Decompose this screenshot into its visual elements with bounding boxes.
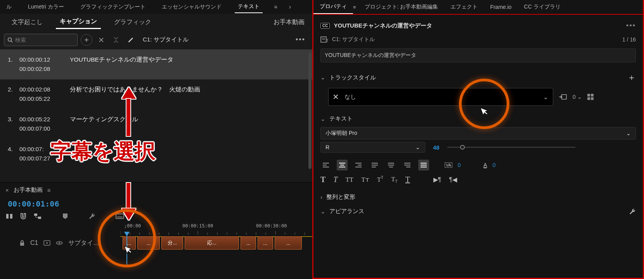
section-appearance[interactable]: ⌄ アピアランス: [320, 204, 636, 218]
track-badge[interactable]: C1: [30, 239, 38, 246]
caption-clip[interactable]: ...: [137, 236, 160, 250]
subscript-button[interactable]: TT: [391, 176, 398, 184]
section-track-style[interactable]: ⌄ トラックスタイル ＋: [320, 68, 636, 86]
font-size-slider[interactable]: [447, 147, 575, 148]
tab-text[interactable]: テキスト: [235, 1, 263, 13]
svg-point-33: [59, 242, 60, 244]
more-icon[interactable]: •••: [626, 22, 636, 30]
search-input[interactable]: [15, 37, 74, 43]
add-style-button[interactable]: ＋: [627, 72, 636, 83]
caption-clip[interactable]: 分...: [161, 236, 183, 250]
bold-button[interactable]: T: [320, 175, 325, 184]
caption-row-1[interactable]: 1. 00:00:00:1200:00:02:08 YOUTUBEチャンネルの運…: [0, 50, 312, 79]
svg-rect-38: [562, 95, 566, 99]
caption-row-2[interactable]: 2. 00:00:02:0800:00:05:22 分析でお困りではありませんか…: [0, 79, 312, 109]
caption-text[interactable]: 分析でお困りではありませんか？ 火燵の動画: [70, 85, 305, 103]
style-index-dropdown[interactable]: 0 ⌄: [573, 94, 582, 100]
tab-graphics[interactable]: グラフィック: [110, 16, 155, 29]
tab-transcribe[interactable]: 文字起こし: [8, 16, 47, 29]
section-text[interactable]: ⌄ テキスト: [320, 111, 636, 126]
tab-frameio[interactable]: Frame.io: [484, 1, 518, 13]
add-caption-button[interactable]: [81, 34, 92, 46]
caption-clip[interactable]: ...: [241, 236, 256, 250]
align-justify-last-right[interactable]: [402, 160, 413, 170]
scrollbar[interactable]: [308, 53, 312, 169]
timeline-ruler[interactable]: ;00:00 00:00:15:00 00:00:30:00: [120, 223, 312, 235]
italic-button[interactable]: T: [333, 175, 338, 184]
caption-track-label: C1: サブタイトル: [140, 36, 293, 43]
insert-mode-icon[interactable]: [5, 212, 13, 220]
align-justify-all[interactable]: [418, 160, 429, 170]
ltr-button[interactable]: ▶¶: [433, 176, 441, 183]
overflow-arrow-icon[interactable]: ›: [289, 3, 291, 10]
chevron-down-icon: ⌄: [320, 115, 325, 122]
search-box[interactable]: [4, 34, 78, 46]
track-style-dropdown[interactable]: ✕ なし ⌄: [328, 88, 553, 106]
tab-graphic-templates[interactable]: グラフィックテンプレート: [77, 1, 149, 13]
edit-pencil-icon[interactable]: [125, 34, 137, 46]
track-body[interactable]: ... ... 分... 応... ... ... ...: [120, 235, 312, 251]
snap-magnet-icon[interactable]: [19, 212, 27, 220]
caption-text[interactable]: YOUTUBEチャンネルの運営やデータ: [70, 55, 305, 74]
caption-text[interactable]: [70, 145, 305, 163]
tab-partial[interactable]: ル: [3, 1, 15, 13]
tracking-value[interactable]: 0: [458, 162, 461, 168]
caption-clip[interactable]: ...: [258, 236, 273, 250]
align-center-button[interactable]: [337, 160, 348, 170]
push-style-icon[interactable]: [559, 93, 567, 100]
font-weight-dropdown[interactable]: R ⌄: [320, 142, 425, 153]
workspace-tabs: ル Lumetri カラー グラフィックテンプレート エッセンシャルサウンド テ…: [0, 0, 312, 14]
panel-menu-icon[interactable]: ≡: [353, 4, 358, 10]
caption-row-3[interactable]: 3. 00:00:05:2200:00:07:00 マーケティングスクール: [0, 109, 312, 139]
track-header[interactable]: C1 サブタイ...: [0, 239, 120, 247]
align-right-button[interactable]: [353, 160, 364, 170]
smallcaps-button[interactable]: Tᴛ: [361, 176, 369, 184]
superscript-button[interactable]: TT: [377, 176, 384, 184]
linked-selection-icon[interactable]: [33, 212, 42, 220]
caption-text[interactable]: マーケティングスクール: [70, 115, 305, 133]
font-family-dropdown[interactable]: 小塚明朝 Pro ⌄: [320, 127, 636, 140]
lock-icon[interactable]: [19, 240, 25, 246]
caption-clip[interactable]: 応...: [185, 236, 239, 250]
tab-captions[interactable]: キャプション: [56, 15, 101, 29]
wrench-icon[interactable]: [88, 213, 95, 220]
tab-properties[interactable]: プロパティ: [313, 0, 353, 14]
chevron-right-icon: ›: [320, 194, 322, 200]
close-panel-icon[interactable]: ×: [5, 187, 9, 193]
tab-lumetri[interactable]: Lumetri カラー: [25, 1, 67, 13]
rtl-button[interactable]: ¶◀: [449, 176, 457, 183]
tab-project[interactable]: プロジェクト: お手本動画編集: [358, 0, 445, 14]
font-size-value[interactable]: 48: [433, 144, 440, 151]
grid-view-icon[interactable]: [587, 94, 594, 100]
caption-toolbar: C1: サブタイトル •••: [0, 30, 312, 50]
horizontal-align-row: VA 0 A̲ 0: [320, 157, 636, 173]
timeline-timecode[interactable]: 00:00:01:06: [0, 198, 312, 212]
eye-icon[interactable]: [56, 241, 63, 245]
panel-menu-icon[interactable]: ≡: [273, 4, 279, 10]
caption-clip[interactable]: ...: [123, 236, 136, 250]
section-align-transform[interactable]: › 整列と変形: [320, 189, 636, 204]
clear-style-icon[interactable]: ✕: [332, 92, 339, 102]
caption-row-4[interactable]: 4. 00:00:07:00:00:07:27: [0, 139, 312, 169]
allcaps-button[interactable]: TT: [345, 176, 353, 184]
align-justify-button[interactable]: [369, 160, 380, 170]
tab-essential-sound[interactable]: エッセンシャルサウンド: [159, 1, 225, 13]
wrench-icon[interactable]: [629, 208, 636, 215]
caption-clip[interactable]: ...: [275, 236, 302, 250]
timeline-menu-icon[interactable]: ≡: [47, 187, 51, 193]
caption-title: YOUTUBEチャンネルの運営やデータ: [334, 22, 622, 29]
kerning-value[interactable]: 0: [493, 162, 496, 168]
split-caption-button[interactable]: [95, 34, 107, 46]
tab-effects[interactable]: エフェクト: [444, 0, 484, 14]
marker-icon[interactable]: [62, 213, 68, 220]
merge-caption-button[interactable]: [110, 34, 122, 46]
sequence-title[interactable]: お手本動画: [14, 186, 43, 194]
tab-cc-libraries[interactable]: CC ライブラリ: [518, 0, 567, 14]
align-left-button[interactable]: [320, 160, 331, 170]
toolbar-more-icon[interactable]: •••: [296, 36, 308, 44]
align-justify-last-center[interactable]: [386, 160, 396, 170]
playhead[interactable]: [126, 235, 127, 266]
caption-text-input[interactable]: YOUTUBEチャンネルの運営やデータ: [320, 48, 636, 62]
sync-lock-icon[interactable]: [43, 240, 50, 246]
underline-button[interactable]: T: [405, 175, 410, 184]
